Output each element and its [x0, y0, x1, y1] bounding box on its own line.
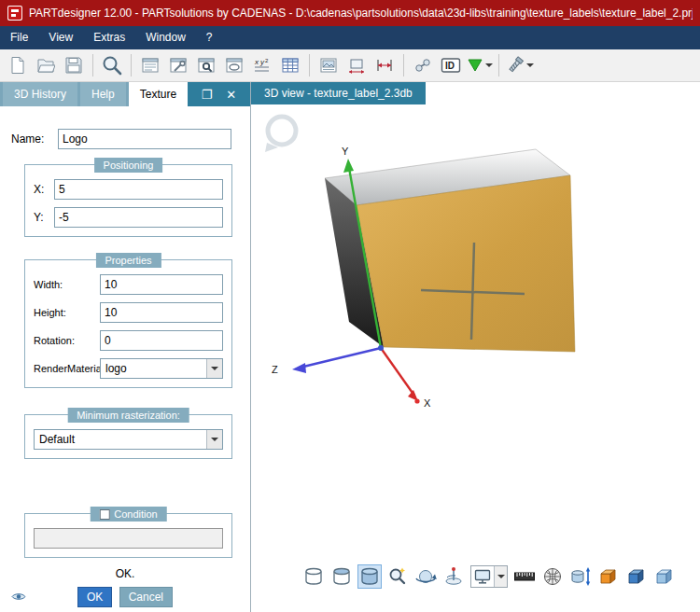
shapes-panel-button[interactable]	[221, 52, 247, 78]
rotation-label: Rotation:	[34, 335, 100, 346]
blue-box-button[interactable]	[625, 565, 648, 588]
min-rasterization-combo[interactable]: Default	[34, 429, 223, 450]
min-rasterization-dropdown-button[interactable]	[206, 430, 222, 449]
dimension-horizontal-button[interactable]	[371, 52, 398, 78]
toolbar-separator	[403, 54, 404, 76]
maximize-icon[interactable]: ❐	[202, 89, 213, 101]
cancel-button[interactable]: Cancel	[119, 587, 173, 607]
texture-panel: 3D History Help Texture ❐ ✕ Name: Positi…	[0, 82, 251, 612]
tools-panel-button[interactable]	[165, 52, 191, 78]
panel-bottom: OK. OK Cancel	[0, 567, 250, 607]
dimension-horizontal-icon	[375, 56, 394, 75]
open-folder-button[interactable]	[33, 52, 59, 78]
rendermaterial-combo[interactable]: logo	[100, 358, 223, 379]
menu-help[interactable]: ?	[196, 26, 223, 49]
dimension-box-button[interactable]	[343, 52, 370, 78]
menu-window[interactable]: Window	[135, 26, 196, 49]
view-mode-dropdown-button[interactable]	[494, 566, 507, 587]
chevron-down-icon	[211, 367, 218, 374]
id-display-button[interactable]: ID	[438, 52, 464, 78]
open-folder-icon	[36, 56, 55, 75]
cylinder-wireframe-button[interactable]	[302, 565, 325, 588]
light-blue-box-icon	[653, 565, 676, 588]
save-button[interactable]	[61, 52, 87, 78]
tab-3d-history[interactable]: 3D History	[3, 82, 77, 106]
3d-viewport[interactable]: Y Z X	[251, 104, 700, 612]
image-panel-button[interactable]	[315, 52, 342, 78]
toolbar-separator	[92, 54, 93, 76]
3d-view-panel: 3D view - texture_label_2.3db	[251, 82, 700, 612]
orbit-button[interactable]	[414, 565, 437, 588]
light-blue-box-button[interactable]	[653, 565, 676, 588]
wireframe-sphere-button[interactable]	[541, 565, 564, 588]
monitor-icon	[473, 567, 492, 586]
x-axis-tip-dot	[414, 398, 419, 403]
cylinder-top-shaded-button[interactable]	[330, 565, 353, 588]
dimension-box-icon	[347, 56, 366, 75]
screw-assembly-button[interactable]	[505, 52, 534, 78]
blue-box-icon	[625, 565, 648, 588]
main-toolbar: xy2 ID	[0, 49, 700, 82]
positioning-title: Positioning	[94, 158, 163, 173]
chevron-down-icon	[211, 438, 218, 445]
rotation-input[interactable]	[100, 330, 223, 351]
orange-box-button[interactable]	[597, 565, 620, 588]
cylinder-top-shaded-icon	[330, 565, 353, 588]
height-input[interactable]	[100, 302, 223, 323]
name-input[interactable]	[58, 129, 231, 149]
3d-view-tab[interactable]: 3D view - texture_label_2.3db	[251, 82, 426, 104]
condition-checkbox[interactable]	[99, 509, 109, 520]
z-axis	[300, 348, 381, 368]
rendermaterial-dropdown-button[interactable]	[206, 359, 222, 378]
cylinder-wireframe-icon	[302, 565, 325, 588]
cylinder-shaded-button[interactable]	[358, 565, 381, 588]
positioning-groupbox: Positioning X: Y:	[24, 164, 232, 237]
id-icon: ID	[441, 56, 461, 75]
toolbar-separator	[131, 54, 132, 76]
panel-window-controls: ❐ ✕	[188, 82, 250, 106]
view-toolbar	[302, 565, 676, 588]
x-input[interactable]	[54, 179, 223, 200]
width-input[interactable]	[100, 274, 223, 295]
shapes-panel-icon	[225, 56, 244, 75]
history-panel-button[interactable]	[137, 52, 163, 78]
condition-input	[34, 528, 223, 549]
chevron-down-icon	[497, 575, 505, 582]
menu-view[interactable]: View	[38, 26, 83, 49]
measure-button[interactable]	[513, 565, 536, 588]
app-icon	[7, 6, 22, 21]
y-input[interactable]	[54, 207, 223, 228]
mesh-sphere-icon	[541, 565, 564, 588]
tab-texture[interactable]: Texture	[129, 82, 188, 106]
cylinder-stretch-button[interactable]	[569, 565, 592, 588]
visibility-toggle[interactable]	[11, 591, 26, 605]
y-axis-arrowhead	[343, 159, 354, 173]
turntable-button[interactable]	[442, 565, 465, 588]
menu-file[interactable]: File	[0, 26, 38, 49]
table-view-button[interactable]	[277, 52, 303, 78]
variables-xy-icon: xy2	[253, 56, 272, 75]
view-mode-combo[interactable]	[470, 565, 508, 588]
close-icon[interactable]: ✕	[226, 89, 236, 101]
zoom-button[interactable]	[99, 52, 125, 78]
width-label: Width:	[34, 279, 100, 290]
search-panel-button[interactable]	[193, 52, 219, 78]
tab-help[interactable]: Help	[80, 82, 126, 106]
search-panel-icon	[197, 56, 216, 75]
menubar: File View Extras Window ?	[0, 26, 700, 49]
orange-box-icon	[597, 565, 620, 588]
ok-button[interactable]: OK	[77, 587, 112, 607]
variables-button[interactable]: xy2	[249, 52, 275, 78]
z-axis-label: Z	[272, 364, 278, 375]
z-axis-arrowhead	[292, 363, 306, 373]
main-area: 3D History Help Texture ❐ ✕ Name: Positi…	[0, 82, 700, 612]
green-filter-button[interactable]	[466, 52, 493, 78]
status-text: OK.	[0, 567, 250, 580]
link-button[interactable]	[410, 52, 436, 78]
min-rasterization-groupbox: Minimum rasterization: Default	[24, 414, 232, 459]
menu-extras[interactable]: Extras	[83, 26, 135, 49]
texture-panel-body: Name: Positioning X: Y: Properties	[0, 106, 250, 612]
new-document-button[interactable]	[5, 52, 31, 78]
zoom-fit-button[interactable]	[386, 565, 409, 588]
table-icon	[281, 56, 300, 75]
